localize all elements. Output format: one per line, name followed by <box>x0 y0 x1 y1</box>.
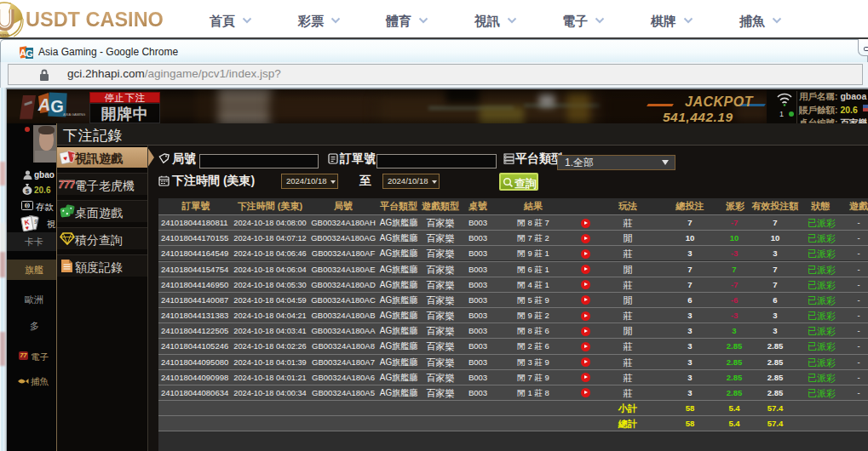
svg-text:A: A <box>37 95 50 114</box>
svg-text:$: $ <box>26 187 30 195</box>
svg-text:0: 0 <box>26 203 29 208</box>
svg-text:ASIA GAMING: ASIA GAMING <box>63 112 85 117</box>
svg-text:G: G <box>26 49 33 59</box>
svg-text:G: G <box>50 97 64 116</box>
svg-text:casino: casino <box>0 32 9 37</box>
svg-text:777: 777 <box>59 179 75 191</box>
